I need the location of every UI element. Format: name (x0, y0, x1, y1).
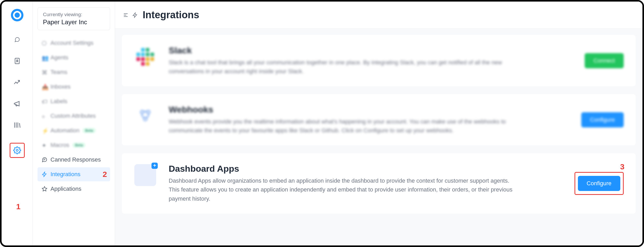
rail-contacts[interactable] (12, 56, 22, 66)
rail-reports[interactable] (12, 77, 22, 88)
integration-card-slack: Slack Slack is a chat tool that brings a… (122, 35, 636, 86)
nav-agents[interactable]: 👥Agents (37, 51, 110, 65)
nav-account-settings[interactable]: ⎔Account Settings (37, 36, 110, 50)
bolt-icon (42, 171, 47, 177)
callout-2: 2 (103, 170, 107, 179)
webhook-icon (134, 104, 157, 127)
card-title: Dashboard Apps (169, 164, 563, 174)
account-switcher[interactable]: Currently viewing: Paper Layer Inc (37, 7, 110, 30)
dashboard-apps-icon (134, 164, 157, 187)
svg-point-4 (141, 110, 144, 114)
nav-canned-responses[interactable]: Canned Responses (37, 153, 110, 167)
code-icon: ⟐ (42, 113, 47, 119)
agents-icon: 👥 (42, 55, 47, 60)
inbox-icon: 📥 (42, 84, 47, 90)
macros-icon: ✦ (42, 142, 47, 148)
card-title: Webhooks (169, 104, 569, 115)
library-icon (13, 121, 21, 129)
card-desc: Dashboard Apps allow organizations to em… (169, 176, 517, 203)
teams-icon: ⌘ (42, 69, 47, 75)
configure-button[interactable]: Configure (578, 176, 620, 191)
chat-lines-icon (42, 157, 47, 163)
svg-marker-3 (42, 187, 47, 191)
tag-icon: 🏷 (42, 98, 47, 104)
nav-macros[interactable]: ✦MacrosBeta (37, 138, 110, 152)
connect-button[interactable]: Connect (585, 53, 624, 68)
card-title: Slack (169, 45, 573, 55)
page-title: Integrations (143, 9, 199, 21)
rail-settings[interactable] (12, 145, 22, 156)
callout-3-box: 3 Configure (574, 172, 624, 195)
configure-button[interactable]: Configure (581, 112, 624, 127)
integration-card-webhooks: Webhooks Webhook events provide you the … (122, 94, 636, 145)
star-icon (42, 186, 47, 192)
nav-inboxes[interactable]: 📥Inboxes (37, 80, 110, 94)
nav-teams[interactable]: ⌘Teams (37, 65, 110, 79)
icon-rail: 1 (2, 2, 33, 245)
rail-help[interactable] (12, 120, 22, 130)
callout-1: 1 (16, 202, 21, 211)
nav-applications[interactable]: Applications (37, 182, 110, 196)
card-desc: Webhook events provide you the realtime … (169, 117, 517, 135)
rail-campaigns[interactable] (12, 98, 22, 109)
slack-icon (134, 45, 157, 68)
account-label: Currently viewing: (43, 12, 105, 17)
bolt-icon (132, 12, 138, 18)
svg-point-1 (16, 60, 18, 61)
chart-arrow-icon (13, 78, 21, 86)
nav-integrations[interactable]: Integrations 2 (37, 167, 110, 181)
id-card-icon (14, 57, 21, 65)
automation-icon: ⚡ (42, 128, 47, 133)
integration-card-dashboard-apps: Dashboard Apps Dashboard Apps allow orga… (122, 153, 636, 213)
card-desc: Slack is a chat tool that brings all you… (169, 58, 517, 76)
toggle-sidebar-icon[interactable] (123, 12, 129, 18)
briefcase-icon: ⎔ (42, 40, 47, 46)
gear-icon (13, 146, 21, 154)
nav-automation[interactable]: ⚡AutomationBeta (37, 123, 110, 138)
svg-point-2 (16, 149, 18, 151)
svg-point-5 (147, 110, 150, 114)
megaphone-icon (13, 100, 21, 108)
chat-icon (14, 37, 20, 42)
settings-sidebar: Currently viewing: Paper Layer Inc ⎔Acco… (33, 2, 115, 245)
nav-custom-attributes[interactable]: ⟐Custom Attributes (37, 109, 110, 123)
callout-3: 3 (620, 162, 624, 171)
app-logo[interactable] (11, 9, 23, 21)
main-content: Integrations Slack Slack is a chat tool … (115, 2, 642, 245)
page-header: Integrations (115, 2, 642, 29)
rail-conversations[interactable] (12, 34, 22, 45)
account-name: Paper Layer Inc (43, 18, 105, 26)
nav-labels[interactable]: 🏷Labels (37, 94, 110, 108)
